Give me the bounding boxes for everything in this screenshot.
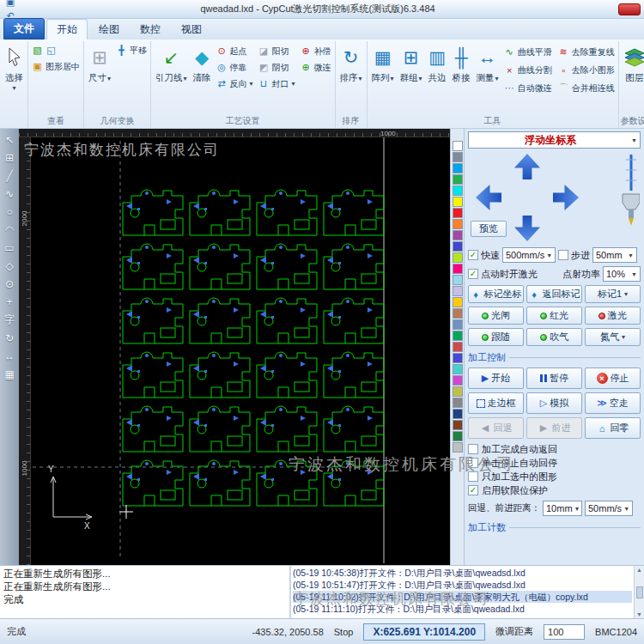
select-button[interactable]: 选择 ▾	[3, 41, 26, 112]
scroll-up-icon[interactable]: ▲	[636, 567, 642, 573]
palette-color-5[interactable]	[453, 197, 463, 207]
layer-button[interactable]: 图层	[621, 41, 644, 112]
curve-split-button[interactable]: ×曲线分割	[502, 63, 554, 77]
palette-color-1[interactable]	[453, 152, 463, 162]
nudge-distance-input[interactable]: 100	[544, 624, 585, 640]
fast-speed-select[interactable]: 500mm/s▼	[502, 247, 556, 263]
arc-tool[interactable]: ◠	[2, 222, 17, 238]
palette-color-8[interactable]	[453, 230, 463, 240]
part-shape[interactable]	[190, 406, 250, 452]
dock-button[interactable]: ◎停靠	[215, 60, 255, 75]
checkbox-icon[interactable]: ✓	[468, 485, 478, 495]
seal-button[interactable]: ⊔封口▾	[257, 76, 297, 91]
inner-cut-button[interactable]: ◩阴切	[257, 60, 297, 75]
part-shape[interactable]	[324, 460, 384, 506]
tab-数控[interactable]: 数控	[131, 20, 170, 39]
simulate-button[interactable]: ▷模拟	[526, 392, 582, 414]
skin-button[interactable]	[618, 3, 641, 15]
start-point-button[interactable]: ⊙起点	[215, 44, 255, 58]
palette-color-25[interactable]	[453, 420, 463, 430]
mirror-tool[interactable]: ↔	[2, 348, 17, 364]
palette-color-12[interactable]	[453, 275, 463, 285]
part-shape[interactable]	[257, 298, 317, 343]
select-tool[interactable]: ↖	[2, 131, 17, 148]
polygon-tool[interactable]: ◇	[2, 258, 17, 274]
step-checkbox[interactable]	[558, 250, 568, 260]
scrollbar-thumb[interactable]	[636, 586, 643, 598]
tab-绘图[interactable]: 绘图	[89, 20, 129, 39]
part-shape[interactable]	[324, 352, 384, 398]
palette-color-24[interactable]	[453, 409, 463, 419]
palette-color-21[interactable]	[453, 375, 463, 386]
palette-color-20[interactable]	[453, 364, 463, 374]
nested-parts[interactable]	[123, 190, 384, 506]
rect-tool[interactable]: ▭	[2, 240, 17, 256]
history-log-line[interactable]: (05-19 10:45:38)打开文件：D:\用户目录\桌面\qweadsd.…	[293, 567, 632, 579]
palette-color-26[interactable]	[453, 431, 463, 441]
palette-color-0[interactable]	[453, 141, 463, 151]
tab-开始[interactable]: 开始	[46, 19, 88, 39]
array-button[interactable]: ▦ 阵列▾	[369, 41, 397, 112]
palette-color-4[interactable]	[453, 185, 463, 196]
part-shape[interactable]	[257, 244, 317, 289]
jog-right-button[interactable]	[553, 185, 579, 210]
array-tool[interactable]: ▦	[2, 366, 17, 382]
return-mark-button[interactable]: ♦返回标记	[526, 285, 582, 303]
shutter-button[interactable]: 光闸	[468, 307, 524, 325]
part-shape[interactable]	[324, 406, 384, 452]
compensation-button[interactable]: ⊕补偿	[299, 44, 333, 58]
circle-tool[interactable]: ○	[2, 204, 17, 220]
follow-button[interactable]: 跟随	[468, 328, 524, 346]
laser-button[interactable]: 激光	[585, 307, 641, 325]
home-button[interactable]: ⌂回零	[585, 417, 641, 439]
co-edge-button[interactable]: ▥ 共边	[426, 41, 449, 112]
palette-color-6[interactable]	[453, 208, 463, 218]
palette-color-14[interactable]	[453, 297, 463, 307]
part-shape[interactable]	[123, 298, 183, 343]
dry-run-button[interactable]: ≫空走	[585, 392, 641, 414]
palette-color-17[interactable]	[453, 331, 463, 341]
palette-color-7[interactable]	[453, 219, 463, 229]
part-shape[interactable]	[190, 352, 250, 398]
option-row-3[interactable]: 只加工选中的图形	[468, 470, 641, 483]
size-button[interactable]: ⊞ 尺寸▾	[86, 41, 113, 112]
cross-tool[interactable]: +	[2, 294, 17, 310]
palette-color-9[interactable]	[453, 241, 463, 252]
part-shape[interactable]	[257, 190, 317, 235]
curve-smooth-button[interactable]: ∿曲线平滑	[502, 45, 554, 59]
palette-color-2[interactable]	[453, 163, 463, 173]
gas-select[interactable]: 氮气▾	[585, 328, 641, 346]
save-icon[interactable]: ▣	[3, 0, 17, 9]
jog-down-button[interactable]	[514, 216, 540, 241]
part-shape[interactable]	[123, 352, 183, 398]
pan-button[interactable]: ╋平移	[114, 43, 149, 58]
text-tool[interactable]: 字	[2, 312, 17, 328]
palette-color-18[interactable]	[453, 342, 463, 352]
backward-button[interactable]: ◀回退	[468, 417, 524, 439]
drawing-canvas[interactable]: 1000 20001000	[19, 129, 450, 565]
fast-checkbox[interactable]: ✓	[468, 250, 478, 260]
mark-coord-button[interactable]: ♦标记坐标	[468, 285, 524, 303]
part-shape[interactable]	[324, 244, 384, 289]
view-grid-tool[interactable]: ⊞	[2, 149, 17, 166]
fit-view-button[interactable]: ▧◱	[30, 43, 82, 58]
distance-select[interactable]: 10mm▼	[543, 501, 582, 516]
polyline-tool[interactable]: ∿	[2, 185, 17, 202]
preview-button[interactable]: 预览	[471, 221, 507, 237]
forward-button[interactable]: ▶前进	[526, 417, 582, 439]
palette-color-10[interactable]	[453, 252, 463, 263]
log-scrollbar[interactable]: ▲ ▼	[634, 566, 644, 618]
jog-laser-checkbox[interactable]: ✓	[468, 269, 478, 279]
history-log-line[interactable]: (05-19 11:11:10)打开文件：D:\用户目录\桌面\qweadad.…	[293, 603, 632, 615]
measure-button[interactable]: ↔ 测量▾	[474, 41, 501, 112]
palette-color-16[interactable]	[453, 319, 463, 330]
remove-duplicate-button[interactable]: ≋去除重复线	[556, 45, 617, 59]
history-log-line[interactable]: (05-19 10:51:47)打开文件：D:\用户目录\桌面\qweadsd.…	[293, 579, 632, 591]
palette-color-23[interactable]	[453, 398, 463, 408]
coord-system-select[interactable]: 浮动坐标系▼	[468, 131, 641, 149]
palette-color-22[interactable]	[453, 386, 463, 397]
point-tool[interactable]: ⊙	[2, 276, 17, 292]
stop-button[interactable]: ×停止	[585, 368, 641, 389]
part-shape[interactable]	[190, 244, 250, 289]
reverse-button[interactable]: ⇄反向▾	[215, 76, 255, 91]
